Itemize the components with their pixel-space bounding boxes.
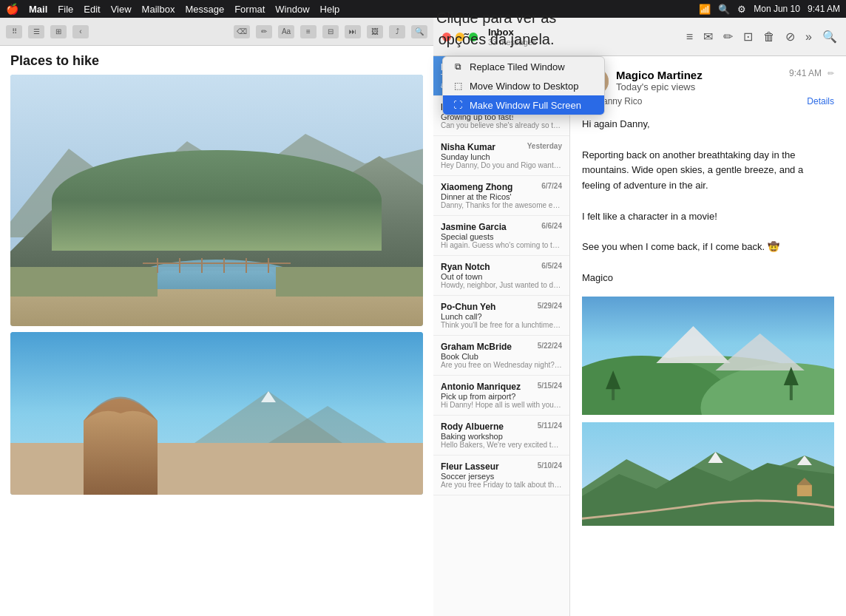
svg-rect-38 — [797, 485, 812, 496]
sidebar-toggle[interactable]: ⠿ — [6, 25, 22, 38]
detail-photo-2 — [582, 422, 834, 526]
font-btn[interactable]: Aa — [278, 25, 294, 38]
mailbox-name: Inbox — [488, 27, 682, 38]
control-center-icon[interactable]: ⚙ — [737, 4, 746, 15]
list-item[interactable]: Graham McBride 5/22/24 Book Club Are you… — [433, 336, 569, 376]
close-window-btn[interactable] — [442, 33, 451, 41]
list-item[interactable]: Fleur Lasseur 5/10/24 Soccer jerseys Are… — [433, 456, 569, 495]
photo-mountain-river — [10, 75, 423, 326]
detail-to: To: Danny Rico Details — [582, 96, 834, 106]
delete-btn[interactable]: ⌫ — [234, 25, 250, 38]
maximize-window-btn[interactable] — [469, 33, 478, 41]
context-menu: ⧉ Replace Tiled Window ⬚ Move Window to … — [442, 56, 605, 115]
details-link[interactable]: Details — [807, 96, 834, 106]
list-item[interactable]: Jasmine Garcia 6/6/24 Special guests Hi … — [433, 216, 569, 256]
junk-icon[interactable]: ⊘ — [785, 30, 795, 44]
menubar-time: 9:41 AM — [808, 4, 840, 14]
search-mail-icon[interactable]: 🔍 — [822, 30, 837, 44]
search-icon-menubar[interactable]: 🔍 — [718, 4, 730, 15]
fullscreen-icon: ⛶ — [452, 99, 464, 111]
mail-list[interactable]: Magico Martinez 9:41 AM Today's epic vie… — [433, 56, 570, 616]
menubar-mailbox[interactable]: Mailbox — [142, 4, 175, 15]
mail-toolbar-icons: ≡ ✉ ✏ ⊡ 🗑 ⊘ » 🔍 — [686, 30, 837, 44]
context-menu-item-move[interactable]: ⬚ Move Window to Desktop — [443, 76, 604, 95]
mail-toolbar: Inbox 33 messages ≡ ✉ ✏ ⊡ 🗑 ⊘ » 🔍 ⧉ Repl… — [433, 18, 846, 56]
menubar-message[interactable]: Message — [185, 4, 224, 15]
menubar-format[interactable]: Format — [234, 4, 265, 15]
replace-tiled-icon: ⧉ — [452, 61, 464, 72]
table-btn[interactable]: ⊟ — [322, 25, 339, 38]
menubar-help[interactable]: Help — [320, 4, 340, 15]
context-menu-item-fullscreen[interactable]: ⛶ Make Window Full Screen — [443, 95, 604, 115]
detail-subject: Today's epic views — [616, 81, 703, 92]
svg-rect-16 — [10, 443, 423, 495]
photo-arch-rock — [10, 332, 423, 495]
left-toolbar: ⠿ ☰ ⊞ ‹ ⌫ ✏ Aa ≡ ⊟ ⏭ 🖼 ⤴ 🔍 — [0, 18, 433, 46]
right-pane: Inbox 33 messages ≡ ✉ ✏ ⊡ 🗑 ⊘ » 🔍 ⧉ Repl… — [433, 18, 846, 616]
list-item[interactable]: Antonio Manriquez 5/15/24 Pick up from a… — [433, 376, 569, 416]
envelope-icon[interactable]: ✉ — [703, 30, 713, 44]
menubar-mail[interactable]: Mail — [29, 4, 47, 15]
more-icon[interactable]: » — [805, 30, 812, 44]
archive-icon[interactable]: ⊡ — [743, 30, 753, 44]
menubar-edit[interactable]: Edit — [84, 4, 100, 15]
edit-icon: ✏ — [828, 69, 834, 78]
traffic-lights — [442, 33, 478, 41]
left-pane: ⠿ ☰ ⊞ ‹ ⌫ ✏ Aa ≡ ⊟ ⏭ 🖼 ⤴ 🔍 Places to hik… — [0, 18, 433, 616]
left-content: Places to hike — [0, 46, 433, 616]
menubar: 🍎 Mail File Edit View Mailbox Message Fo… — [0, 0, 846, 18]
detail-body: Hi again Danny, Reporting back on anothe… — [582, 117, 834, 286]
context-menu-item-replace[interactable]: ⧉ Replace Tiled Window — [443, 57, 604, 76]
list-item[interactable]: Nisha Kumar Yesterday Sunday lunch Hey D… — [433, 136, 569, 176]
sender-info: Magico Martinez Today's epic views — [616, 69, 703, 94]
detail-time-edit: 9:41 AM ✏ — [789, 68, 834, 78]
share-btn[interactable]: ⤴ — [389, 25, 405, 38]
menubar-date: Mon Jun 10 — [754, 4, 800, 14]
mail-body: Magico Martinez 9:41 AM Today's epic vie… — [433, 56, 846, 616]
minimize-window-btn[interactable] — [456, 33, 464, 41]
list-item[interactable]: Ryan Notch 6/5/24 Out of town Howdy, nei… — [433, 256, 569, 296]
photo-grid — [10, 75, 423, 495]
photos-title: Places to hike — [10, 53, 423, 69]
search-left[interactable]: 🔍 — [411, 25, 427, 38]
back-btn[interactable]: ‹ — [72, 25, 89, 38]
menubar-right: 📶 🔍 ⚙ Mon Jun 10 9:41 AM — [699, 4, 840, 15]
list-item[interactable]: Po-Chun Yeh 5/29/24 Lunch call? Think yo… — [433, 296, 569, 336]
trash-icon[interactable]: 🗑 — [763, 30, 775, 44]
list-btn[interactable]: ≡ — [300, 25, 317, 38]
menubar-left: 🍎 Mail File Edit View Mailbox Message Fo… — [6, 3, 699, 15]
mail-detail: Magico Martinez Today's epic views 9:41 … — [570, 56, 846, 616]
detail-from: Magico Martinez — [616, 69, 703, 81]
grid-view[interactable]: ⊞ — [50, 25, 67, 38]
svg-rect-7 — [276, 267, 423, 297]
detail-time: 9:41 AM — [789, 68, 822, 78]
menubar-window[interactable]: Window — [275, 4, 309, 15]
svg-rect-6 — [10, 267, 158, 297]
photo-btn[interactable]: 🖼 — [367, 25, 383, 38]
menubar-view[interactable]: View — [111, 4, 132, 15]
move-window-icon: ⬚ — [452, 80, 464, 92]
list-view[interactable]: ☰ — [28, 25, 44, 38]
filter-icon[interactable]: ≡ — [686, 30, 693, 44]
wifi-icon: 📶 — [699, 4, 711, 15]
menubar-file[interactable]: File — [58, 4, 73, 15]
list-item[interactable]: Xiaomeng Zhong 6/7/24 Dinner at the Rico… — [433, 176, 569, 216]
audio-btn[interactable]: ⏭ — [345, 25, 361, 38]
compose-icon[interactable]: ✏ — [723, 30, 733, 44]
list-item[interactable]: Rody Albuerne 5/11/24 Baking workshop He… — [433, 416, 569, 456]
mailbox-count: 33 messages — [488, 38, 682, 47]
compose-btn[interactable]: ✏ — [256, 25, 272, 38]
apple-menu[interactable]: 🍎 — [6, 3, 18, 15]
detail-photo-1 — [582, 297, 834, 415]
mailbox-info: Inbox 33 messages — [488, 27, 682, 47]
